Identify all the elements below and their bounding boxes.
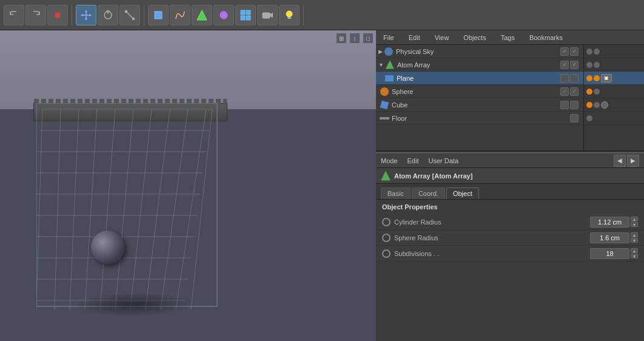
props-menubar: Mode Edit User Data ◀ ▶ [376, 154, 644, 168]
svg-line-34 [55, 109, 61, 309]
cube-dot3[interactable] [601, 101, 608, 109]
sphere-render-ctrl[interactable]: ✓ [570, 87, 579, 96]
om-list: ▶ Physical Sky ✓ ✓ ▼ Atom Array [376, 45, 583, 150]
subdivisions-down[interactable]: ▼ [631, 254, 638, 258]
plane-vis-ctrl[interactable] [560, 74, 569, 83]
svg-rect-15 [241, 10, 245, 15]
subdivisions-up[interactable]: ▲ [631, 248, 638, 253]
sky-render-ctrl[interactable]: ✓ [570, 47, 579, 56]
cube-dot1[interactable] [586, 102, 592, 108]
props-menu-edit[interactable]: Edit [408, 157, 419, 164]
camera-button[interactable] [257, 5, 278, 25]
sky-vis-ctrl[interactable]: ✓ [560, 47, 569, 56]
object-shadow [69, 292, 199, 317]
sphere-radius-input[interactable] [590, 232, 629, 243]
cube-icon [380, 100, 389, 110]
sky-right-row [584, 45, 644, 58]
add-spline-button[interactable] [170, 5, 190, 25]
viewport[interactable]: ⊞ ↕ □ [0, 30, 376, 341]
plane-render-ctrl[interactable] [570, 74, 579, 83]
array-dot2[interactable] [594, 62, 600, 68]
rotate-tool[interactable] [98, 5, 118, 25]
undo-button[interactable] [4, 5, 24, 25]
cylinder-radius-down[interactable]: ▼ [631, 222, 638, 227]
om-menu-view[interactable]: View [432, 33, 452, 42]
array-dot1[interactable] [586, 62, 592, 68]
subdivisions-input[interactable] [590, 248, 629, 259]
svg-line-41 [161, 109, 188, 309]
svg-rect-17 [241, 16, 245, 20]
sphere-object [91, 231, 124, 264]
sky-dot2[interactable] [594, 49, 600, 55]
cube-label: Cube [392, 101, 560, 109]
sphere-radius-up[interactable]: ▲ [631, 232, 638, 237]
cube-controls [560, 101, 579, 109]
om-row-cube[interactable]: Cube [376, 98, 583, 112]
object-manager: File Edit View Objects Tags Bookmarks ▶ … [376, 30, 644, 152]
cube-vis-ctrl[interactable] [560, 101, 569, 109]
om-row-floor[interactable]: Floor [376, 112, 583, 125]
viewport-up-icon[interactable]: ↕ [349, 33, 360, 44]
floor-dot1[interactable] [586, 115, 592, 121]
cylinder-radius-input[interactable] [590, 217, 629, 228]
plane-icon [384, 73, 394, 83]
record-button[interactable] [47, 5, 68, 25]
array-render-ctrl[interactable]: ✓ [570, 61, 579, 69]
sphere-dot1[interactable] [586, 89, 592, 95]
cube-render-ctrl[interactable] [570, 101, 579, 109]
floor-label: Floor [392, 115, 570, 122]
om-row-sphere[interactable]: Sphere ✓ ✓ [376, 85, 583, 98]
svg-point-14 [222, 13, 226, 17]
props-menu-userdata[interactable]: User Data [429, 157, 459, 164]
scale-tool[interactable] [119, 5, 140, 25]
move-tool[interactable] [76, 5, 96, 25]
tab-basic[interactable]: Basic [381, 187, 411, 199]
floor-vis-ctrl[interactable] [570, 114, 579, 123]
om-row-plane[interactable]: Plane [376, 72, 583, 85]
sphere-label: Sphere [392, 88, 560, 95]
sphere-radius-value: ▲ ▼ [590, 232, 638, 243]
plane-label: Plane [397, 75, 560, 82]
svg-marker-5 [81, 14, 83, 16]
viewport-layout-icon[interactable]: ⊞ [336, 33, 347, 44]
om-menu-objects[interactable]: Objects [461, 33, 488, 42]
array-vis-ctrl[interactable]: ✓ [560, 61, 569, 69]
plane-tag[interactable]: ▣ [601, 74, 612, 83]
panel-prev-btn[interactable]: ◀ [614, 155, 626, 167]
subdivisions-label: Subdivisions . . [394, 250, 590, 257]
sphere-vis-ctrl[interactable]: ✓ [560, 87, 569, 96]
add-scene-button[interactable] [235, 5, 256, 25]
props-section-title: Object Properties [376, 200, 644, 214]
svg-line-38 [115, 109, 133, 309]
om-menu-bookmarks[interactable]: Bookmarks [527, 33, 565, 42]
om-menu-tags[interactable]: Tags [498, 33, 517, 42]
tab-coord[interactable]: Coord. [412, 187, 445, 199]
light-button[interactable] [279, 5, 300, 25]
sphere-dot2[interactable] [594, 89, 600, 95]
cylinder-radius-icon [382, 218, 391, 226]
plane-dot1[interactable] [586, 75, 592, 81]
cube-dot2[interactable] [594, 102, 600, 108]
add-obj-button[interactable] [148, 5, 169, 25]
main-toolbar [0, 0, 644, 30]
svg-point-0 [55, 12, 61, 18]
sphere-radius-down[interactable]: ▼ [631, 238, 638, 243]
tab-object[interactable]: Object [446, 187, 479, 199]
sky-dot1[interactable] [586, 49, 592, 55]
redo-button[interactable] [25, 5, 46, 25]
om-menu-file[interactable]: File [381, 33, 397, 42]
panel-next-btn[interactable]: ▶ [627, 155, 639, 167]
om-menu-edit[interactable]: Edit [406, 33, 423, 42]
props-menu-mode[interactable]: Mode [381, 157, 398, 164]
sky-controls: ✓ ✓ [560, 47, 579, 56]
add-deform-button[interactable] [213, 5, 234, 25]
om-row-atom-array[interactable]: ▼ Atom Array ✓ ✓ [376, 58, 583, 72]
array-right-row [584, 58, 644, 72]
viewport-full-icon[interactable]: □ [363, 33, 374, 44]
viewport-header: ⊞ ↕ □ [334, 30, 376, 46]
cylinder-radius-up[interactable]: ▲ [631, 217, 638, 221]
svg-point-21 [286, 11, 292, 17]
add-gen-button[interactable] [192, 5, 212, 25]
plane-dot2[interactable] [594, 75, 600, 81]
om-row-physical-sky[interactable]: ▶ Physical Sky ✓ ✓ [376, 45, 583, 58]
